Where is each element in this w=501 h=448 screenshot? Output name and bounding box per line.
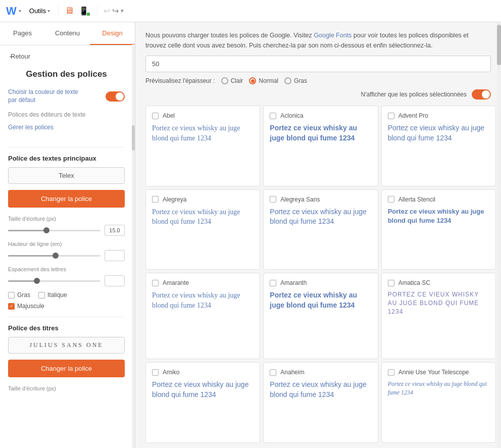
logo[interactable]: W ▾: [6, 5, 21, 18]
undo-button[interactable]: ↩: [104, 6, 110, 16]
main-font-title: Police des textes principaux: [8, 155, 125, 162]
letter-spacing-input[interactable]: [105, 275, 125, 286]
uppercase-checkbox[interactable]: Majuscule: [8, 303, 44, 310]
font-card-advent-pro[interactable]: Advent Pro Portez ce vieux whisky au jug…: [381, 106, 496, 186]
history-more[interactable]: ▾: [121, 8, 124, 14]
font-select-abel[interactable]: [152, 113, 159, 119]
tab-contenu[interactable]: Contenu: [45, 22, 90, 45]
font-preview-abel: Portez ce vieux whisky au juge blond qui…: [152, 123, 254, 143]
intro-text-content: Nous pouvons charger toutes les polices …: [145, 32, 314, 39]
line-height-slider[interactable]: [8, 255, 101, 257]
sidebar-scrollbar: [132, 44, 135, 448]
uppercase-cb-box[interactable]: [8, 303, 15, 310]
font-select-amiko[interactable]: [152, 369, 159, 376]
main-font-selector[interactable]: Telex: [8, 167, 125, 184]
size-slider-row: [8, 225, 125, 236]
sidebar-title: Gestion des polices: [8, 69, 125, 79]
title-font-section-label: Police des titres: [8, 324, 125, 332]
font-card-annie[interactable]: Annie Use Your Telescope Portez ce vieux…: [381, 362, 496, 443]
font-search-input[interactable]: [145, 56, 491, 72]
line-height-label: Hauteur de ligne (em): [8, 241, 125, 247]
manage-fonts-link[interactable]: Gérer les polices: [8, 124, 54, 131]
font-select-amaranth[interactable]: [270, 280, 276, 286]
italic-cb-box[interactable]: [38, 292, 45, 298]
font-name-advent-pro: Advent Pro: [398, 112, 428, 119]
size-input[interactable]: [105, 225, 125, 236]
outils-label: Outils: [29, 7, 46, 15]
font-card-allerta-stencil[interactable]: Allerta Stencil Portez ce vieux whisky a…: [381, 189, 496, 270]
google-fonts-link[interactable]: Google Fonts: [314, 32, 352, 39]
font-preview-amiko: Portez ce vieux whisky au juge blond qui…: [152, 380, 254, 400]
font-name-amarante: Amarante: [163, 279, 189, 286]
change-title-font-button[interactable]: Changer la police: [8, 360, 125, 377]
show-selected-toggle[interactable]: [472, 89, 491, 99]
desktop-icon[interactable]: 🖥: [65, 6, 74, 16]
font-select-annie[interactable]: [388, 369, 394, 376]
font-select-alegreya[interactable]: [152, 196, 159, 203]
font-preview-amatica-sc: PORTEZ CE VIEUX WHISKY AU JUGE BLOND QUI…: [388, 290, 489, 316]
font-select-amarante[interactable]: [152, 280, 159, 286]
font-select-aclonica[interactable]: [270, 113, 276, 119]
font-select-anaheim[interactable]: [270, 369, 276, 376]
online-dot: [87, 13, 90, 16]
main-font-name: Telex: [59, 172, 74, 179]
font-preview-annie: Portez ce vieux whisky au juge blond qui…: [388, 380, 489, 397]
font-preview-allerta-stencil: Portez ce vieux whisky au juge blond qui…: [388, 207, 489, 225]
font-card-anaheim[interactable]: Anaheim Portez ce vieux whisky au juge b…: [263, 362, 378, 443]
show-selected-row: N'afficher que les polices sélectionnées: [135, 89, 501, 106]
radio-gras-icon[interactable]: [284, 77, 291, 84]
italic-label: Italique: [47, 291, 67, 298]
font-select-alegreya-sans[interactable]: [270, 196, 276, 203]
bold-cb-box[interactable]: [8, 292, 15, 298]
fonts-grid: Abel Portez ce vieux whisky au juge blon…: [135, 106, 501, 448]
italic-checkbox[interactable]: Italique: [38, 291, 67, 298]
font-name-abel: Abel: [163, 112, 175, 119]
outils-menu[interactable]: Outils ▾: [29, 7, 50, 15]
font-card-amarante[interactable]: Amarante Portez ce vieux whisky au juge …: [145, 273, 260, 359]
font-select-amatica-sc[interactable]: [388, 280, 394, 286]
logo-icon: W: [6, 5, 17, 18]
font-card-alegreya-sans[interactable]: Alegreya Sans Portez ce vieux whisky au …: [263, 189, 378, 270]
line-height-input[interactable]: [105, 250, 125, 261]
size-slider[interactable]: [8, 230, 101, 231]
radio-clair-icon[interactable]: [221, 77, 228, 84]
tab-design[interactable]: Design: [90, 22, 135, 45]
change-main-font-button[interactable]: Changer la police: [8, 190, 125, 208]
font-card-aclonica[interactable]: Aclonica Portez ce vieux whisky au juge …: [263, 106, 378, 186]
font-card-alegreya[interactable]: Alegreya Portez ce vieux whisky au juge …: [145, 189, 260, 270]
bold-label: Gras: [17, 291, 30, 298]
font-select-allerta-stencil[interactable]: [388, 196, 394, 203]
letter-spacing-slider[interactable]: [8, 280, 101, 282]
logo-dropdown-icon[interactable]: ▾: [19, 8, 21, 14]
redo-button[interactable]: ↪: [112, 6, 119, 16]
back-label: Retour: [11, 53, 30, 60]
tab-pages[interactable]: Pages: [0, 22, 45, 45]
font-card-amiko[interactable]: Amiko Portez ce vieux whisky au juge blo…: [145, 362, 260, 443]
text-options-row: Gras Italique: [8, 291, 125, 298]
font-name-amaranth: Amaranth: [280, 279, 307, 286]
font-card-amatica-sc[interactable]: Amatica SC PORTEZ CE VIEUX WHISKY AU JUG…: [381, 273, 496, 359]
font-preview-advent-pro: Portez ce vieux whisky au juge blond qui…: [388, 123, 489, 143]
color-label: Choisir la couleur de texte par défaut: [8, 88, 78, 104]
bold-checkbox[interactable]: Gras: [8, 291, 30, 298]
filter-clair[interactable]: Clair: [221, 77, 243, 84]
uppercase-row: Majuscule: [8, 303, 125, 310]
filter-normal[interactable]: Normal: [249, 77, 278, 84]
font-name-anaheim: Anaheim: [280, 369, 304, 376]
divider-1: [8, 147, 125, 147]
color-toggle[interactable]: [106, 91, 125, 102]
radio-normal-icon[interactable]: [249, 77, 256, 84]
title-font-selector[interactable]: JULIUS SANS ONE: [8, 337, 125, 354]
font-name-annie: Annie Use Your Telescope: [398, 369, 469, 376]
font-preview-amaranth: Portez ce vieux whisky au juge blond qui…: [270, 290, 371, 310]
history-controls: ↩ ↪ ▾: [97, 6, 124, 16]
right-panel: Nous pouvons charger toutes les polices …: [135, 22, 501, 448]
mobile-icon[interactable]: 📱: [79, 6, 89, 16]
font-select-advent-pro[interactable]: [388, 113, 394, 119]
intro-text: Nous pouvons charger toutes les polices …: [135, 22, 501, 56]
back-button[interactable]: ← Retour: [8, 45, 125, 65]
filter-gras[interactable]: Gras: [284, 77, 307, 84]
font-card-abel[interactable]: Abel Portez ce vieux whisky au juge blon…: [145, 106, 260, 186]
right-scroll-thumb: [497, 25, 501, 65]
font-card-amaranth[interactable]: Amaranth Portez ce vieux whisky au juge …: [263, 273, 378, 359]
